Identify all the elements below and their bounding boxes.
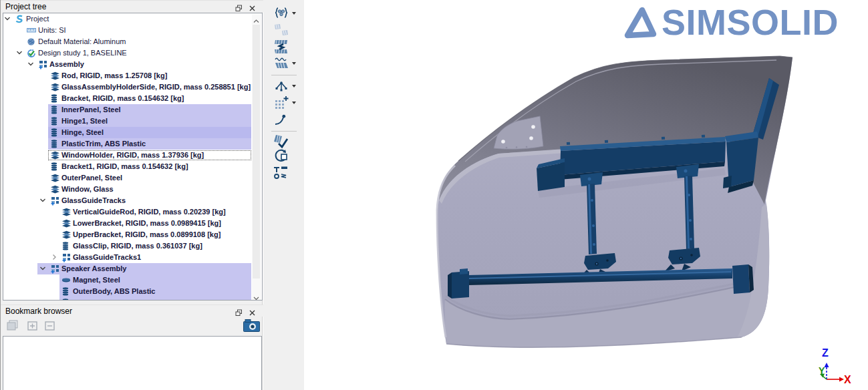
svg-text:Y: Y bbox=[819, 365, 825, 376]
simsolid-logo-mark bbox=[621, 4, 662, 43]
simsolid-logo: SIMSOLID bbox=[621, 4, 868, 45]
axis-triad: Z Y X bbox=[819, 347, 851, 385]
svg-text:Z: Z bbox=[822, 347, 829, 359]
door-model: Z Y X bbox=[0, 0, 868, 390]
svg-text:X: X bbox=[844, 374, 851, 385]
simsolid-logo-text: SIMSOLID bbox=[662, 1, 839, 43]
